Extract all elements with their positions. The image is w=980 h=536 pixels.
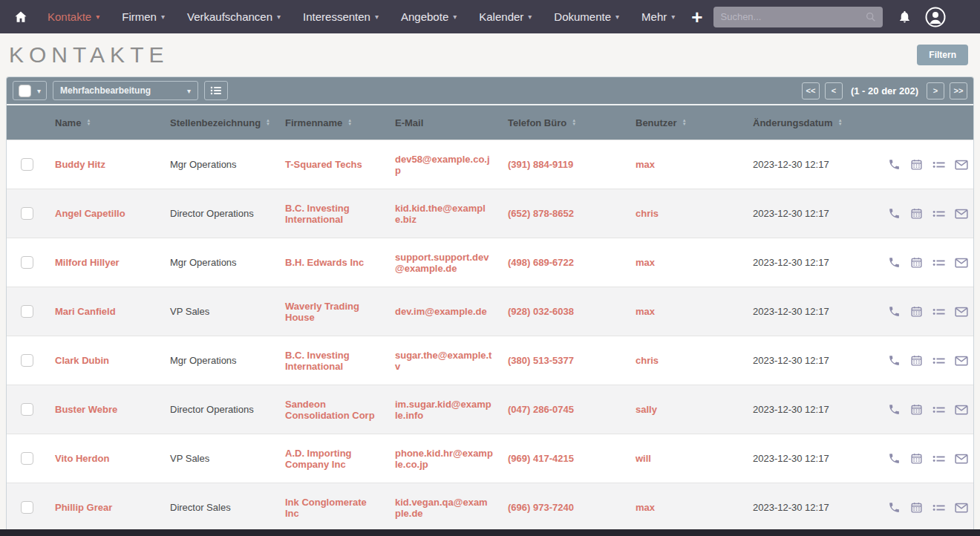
pagination-last-button[interactable]: >> xyxy=(950,82,967,99)
phone-icon[interactable] xyxy=(888,305,901,318)
search-input[interactable] xyxy=(713,7,883,27)
phone-icon[interactable] xyxy=(888,354,901,367)
sort-arrows-icon[interactable]: ▲▼ xyxy=(838,119,843,126)
calendar-icon[interactable] xyxy=(910,305,923,318)
company-link[interactable]: B.C. Investing International xyxy=(285,350,350,372)
contact-name-link[interactable]: Clark Dubin xyxy=(55,355,109,366)
phone-icon[interactable] xyxy=(888,403,901,416)
email-link[interactable]: support.support.dev@example.de xyxy=(395,252,489,274)
column-header-benutzer[interactable]: Benutzer▲▼ xyxy=(628,113,745,133)
phone-icon[interactable] xyxy=(888,452,901,465)
envelope-icon[interactable] xyxy=(955,160,968,170)
list-icon[interactable] xyxy=(932,307,945,317)
company-link[interactable]: B.C. Investing International xyxy=(285,203,350,225)
contact-name-link[interactable]: Buster Webre xyxy=(55,404,117,415)
pagination-next-button[interactable]: > xyxy=(927,82,944,99)
company-link[interactable]: Ink Conglomerate Inc xyxy=(285,497,367,519)
phone-link[interactable]: (391) 884-9119 xyxy=(508,159,573,170)
assigned-user-link[interactable]: sally xyxy=(636,404,657,415)
phone-icon[interactable] xyxy=(888,207,901,220)
phone-icon[interactable] xyxy=(888,158,901,171)
nav-item-dokumente[interactable]: Dokumente▾ xyxy=(554,10,619,23)
column-header-telefon-b-ro[interactable]: Telefon Büro▲▼ xyxy=(500,113,628,133)
phone-link[interactable]: (696) 973-7240 xyxy=(508,502,574,513)
calendar-icon[interactable] xyxy=(910,501,923,514)
calendar-icon[interactable] xyxy=(910,158,923,171)
list-icon[interactable] xyxy=(932,356,945,366)
assigned-user-link[interactable]: max xyxy=(636,306,655,317)
list-icon[interactable] xyxy=(932,405,945,415)
calendar-icon[interactable] xyxy=(910,354,923,367)
sort-arrows-icon[interactable]: ▲▼ xyxy=(266,119,270,126)
column-header--nderungsdatum[interactable]: Änderungsdatum▲▼ xyxy=(745,113,881,133)
company-link[interactable]: T-Squared Techs xyxy=(285,159,362,170)
calendar-icon[interactable] xyxy=(910,207,923,220)
email-link[interactable]: dev.im@example.de xyxy=(395,306,487,317)
phone-link[interactable]: (047) 286-0745 xyxy=(508,404,574,415)
notifications-bell-icon[interactable] xyxy=(898,10,912,24)
list-icon[interactable] xyxy=(932,258,945,268)
email-link[interactable]: phone.kid.hr@example.co.jp xyxy=(395,448,493,470)
nav-item-interessenten[interactable]: Interessenten▾ xyxy=(303,10,379,23)
company-link[interactable]: A.D. Importing Company Inc xyxy=(285,448,352,470)
row-checkbox[interactable] xyxy=(21,305,33,318)
row-checkbox[interactable] xyxy=(21,354,33,367)
sort-arrows-icon[interactable]: ▲▼ xyxy=(572,119,576,126)
envelope-icon[interactable] xyxy=(955,356,968,366)
column-header-stellenbezeichnung[interactable]: Stellenbezeichnung▲▼ xyxy=(163,113,278,133)
row-checkbox[interactable] xyxy=(21,207,33,220)
phone-icon[interactable] xyxy=(888,256,901,269)
row-checkbox[interactable] xyxy=(21,501,33,514)
list-icon[interactable] xyxy=(932,160,945,170)
list-icon[interactable] xyxy=(932,454,945,464)
envelope-icon[interactable] xyxy=(955,258,968,268)
select-all-checkbox[interactable] xyxy=(19,85,31,97)
envelope-icon[interactable] xyxy=(955,405,968,415)
email-link[interactable]: kid.vegan.qa@example.de xyxy=(395,497,488,519)
row-checkbox[interactable] xyxy=(21,256,33,269)
nav-item-kalender[interactable]: Kalender▾ xyxy=(479,10,532,23)
assigned-user-link[interactable]: max xyxy=(636,257,655,268)
phone-icon[interactable] xyxy=(888,501,901,514)
company-link[interactable]: B.H. Edwards Inc xyxy=(285,257,364,268)
envelope-icon[interactable] xyxy=(955,503,968,513)
assigned-user-link[interactable]: will xyxy=(636,453,651,464)
sort-arrows-icon[interactable]: ▲▼ xyxy=(86,119,91,126)
assigned-user-link[interactable]: max xyxy=(636,502,655,513)
select-all-dropdown[interactable]: ▾ xyxy=(13,81,47,100)
column-header-firmenname[interactable]: Firmenname▲▼ xyxy=(278,113,388,133)
company-link[interactable]: Sandeon Consolidation Corp xyxy=(285,399,375,421)
sort-arrows-icon[interactable]: ▲▼ xyxy=(682,119,687,126)
email-link[interactable]: im.sugar.kid@example.info xyxy=(395,399,491,421)
sort-arrows-icon[interactable]: ▲▼ xyxy=(347,119,352,126)
envelope-icon[interactable] xyxy=(955,209,968,219)
calendar-icon[interactable] xyxy=(910,452,923,465)
calendar-icon[interactable] xyxy=(910,403,923,416)
contact-name-link[interactable]: Phillip Grear xyxy=(55,502,112,513)
row-checkbox[interactable] xyxy=(21,403,33,416)
contact-name-link[interactable]: Buddy Hitz xyxy=(55,159,105,170)
contact-name-link[interactable]: Milford Hillyer xyxy=(55,257,120,268)
phone-link[interactable]: (380) 513-5377 xyxy=(508,355,574,366)
email-link[interactable]: sugar.the@example.tv xyxy=(395,350,491,372)
column-header-name[interactable]: Name▲▼ xyxy=(48,113,163,133)
phone-link[interactable]: (969) 417-4215 xyxy=(508,453,574,464)
list-view-options-button[interactable] xyxy=(204,81,228,100)
assigned-user-link[interactable]: chris xyxy=(636,208,659,219)
nav-item-mehr[interactable]: Mehr▾ xyxy=(641,10,675,23)
contact-name-link[interactable]: Mari Canfield xyxy=(55,306,116,317)
company-link[interactable]: Waverly Trading House xyxy=(285,301,359,323)
row-checkbox[interactable] xyxy=(21,158,33,171)
contact-name-link[interactable]: Vito Herdon xyxy=(55,453,109,464)
phone-link[interactable]: (652) 878-8652 xyxy=(508,208,574,219)
bulk-action-select[interactable]: Mehrfachbearbeitung ▾ xyxy=(53,81,198,100)
envelope-icon[interactable] xyxy=(955,307,968,317)
list-icon[interactable] xyxy=(932,209,945,219)
assigned-user-link[interactable]: chris xyxy=(636,355,659,366)
row-checkbox[interactable] xyxy=(21,452,33,465)
nav-item-kontakte[interactable]: Kontakte▾ xyxy=(48,10,99,23)
home-icon[interactable] xyxy=(13,10,28,24)
contact-name-link[interactable]: Angel Capetillo xyxy=(55,208,125,219)
email-link[interactable]: dev58@example.co.jp xyxy=(395,154,490,176)
quick-create-plus-icon[interactable]: + xyxy=(691,7,702,27)
